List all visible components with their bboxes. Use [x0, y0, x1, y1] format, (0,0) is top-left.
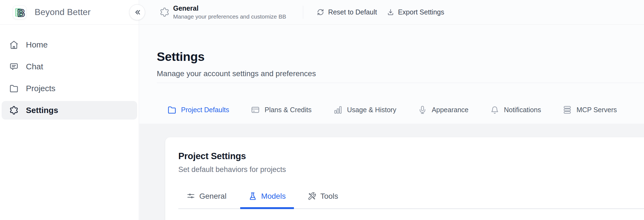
- app-logo: B B: [13, 6, 26, 19]
- beyond-better-logo-icon: B B: [13, 6, 26, 19]
- tab-appearance[interactable]: Appearance: [416, 83, 471, 124]
- microphone-icon: [418, 105, 427, 114]
- tools-icon: [308, 192, 316, 201]
- project-settings-subtab-bar: General Models: [178, 190, 644, 209]
- flask-icon: [248, 192, 257, 201]
- chevrons-left-icon: [133, 8, 142, 17]
- tab-label: MCP Servers: [576, 106, 617, 114]
- header-title: General: [173, 4, 286, 12]
- home-icon: [9, 40, 19, 49]
- sidebar: B B Beyond Better Home: [0, 0, 139, 220]
- subtab-general[interactable]: General: [178, 190, 235, 208]
- tab-mcp-servers[interactable]: MCP Servers: [561, 83, 619, 124]
- tab-label: Project Defaults: [181, 106, 229, 114]
- sidebar-item-label: Projects: [26, 84, 55, 93]
- subtab-label: Tools: [320, 192, 338, 201]
- gear-icon: [160, 7, 170, 17]
- subtab-label: General: [199, 192, 227, 201]
- header-divider: [303, 6, 303, 19]
- export-settings-button[interactable]: Export Settings: [387, 8, 444, 16]
- card-title: Project Settings: [178, 151, 644, 161]
- subtab-models[interactable]: Models: [240, 190, 294, 208]
- folder-icon: [9, 84, 19, 93]
- page-subtitle: Manage your account settings and prefere…: [157, 69, 644, 78]
- top-header: General Manage your preferences and cust…: [139, 0, 644, 25]
- subtab-tools[interactable]: Tools: [299, 190, 346, 208]
- bell-icon: [490, 105, 499, 114]
- tab-label: Usage & History: [347, 106, 396, 114]
- folder-icon: [167, 105, 176, 114]
- sidebar-item-chat[interactable]: Chat: [2, 57, 137, 76]
- gear-icon: [9, 106, 19, 115]
- sidebar-item-settings[interactable]: Settings: [2, 101, 137, 120]
- sidebar-item-home[interactable]: Home: [2, 35, 137, 54]
- tab-plans-credits[interactable]: Plans & Credits: [249, 83, 314, 124]
- page-head: Settings Manage your account settings an…: [139, 25, 644, 78]
- sidebar-header: B B Beyond Better: [0, 0, 139, 25]
- settings-tab-bar: Project Defaults Plans & Credits Usage &…: [157, 83, 644, 125]
- refresh-icon: [317, 8, 324, 16]
- sidebar-item-label: Home: [26, 40, 48, 49]
- sidebar-item-projects[interactable]: Projects: [2, 79, 137, 98]
- tab-label: Appearance: [432, 106, 468, 114]
- sidebar-item-label: Settings: [26, 106, 58, 115]
- subtab-label: Models: [261, 192, 286, 201]
- tab-panel: Project Settings Set default behaviors f…: [139, 124, 644, 220]
- chat-icon: [9, 62, 19, 71]
- server-stack-icon: [563, 105, 572, 114]
- card-subtitle: Set default behaviors for projects: [178, 165, 644, 174]
- project-settings-card: Project Settings Set default behaviors f…: [165, 137, 644, 220]
- main-content: Settings Manage your account settings an…: [139, 25, 644, 220]
- app-window: B B Beyond Better Home: [0, 0, 644, 220]
- tab-notifications[interactable]: Notifications: [488, 83, 543, 124]
- tab-usage-history[interactable]: Usage & History: [331, 83, 399, 124]
- button-label: Export Settings: [398, 8, 444, 16]
- header-text: General Manage your preferences and cust…: [173, 4, 286, 20]
- bar-chart-icon: [333, 105, 342, 114]
- button-label: Reset to Default: [328, 8, 377, 16]
- download-icon: [387, 8, 394, 16]
- header-actions: Reset to Default Export Settings: [317, 8, 444, 16]
- credit-card-icon: [251, 105, 260, 114]
- svg-text:B: B: [17, 7, 25, 19]
- sidebar-collapse-button[interactable]: [129, 4, 145, 20]
- sidebar-item-label: Chat: [26, 62, 43, 71]
- tab-label: Notifications: [504, 106, 541, 114]
- header-subtitle: Manage your preferences and customize BB: [173, 13, 286, 20]
- page-title: Settings: [157, 50, 644, 63]
- sliders-icon: [186, 192, 195, 201]
- reset-to-default-button[interactable]: Reset to Default: [317, 8, 377, 16]
- tab-project-defaults[interactable]: Project Defaults: [165, 83, 231, 124]
- sidebar-nav: Home Chat Projects Settings: [0, 25, 139, 120]
- brand-name: Beyond Better: [35, 7, 91, 17]
- tab-label: Plans & Credits: [264, 106, 311, 114]
